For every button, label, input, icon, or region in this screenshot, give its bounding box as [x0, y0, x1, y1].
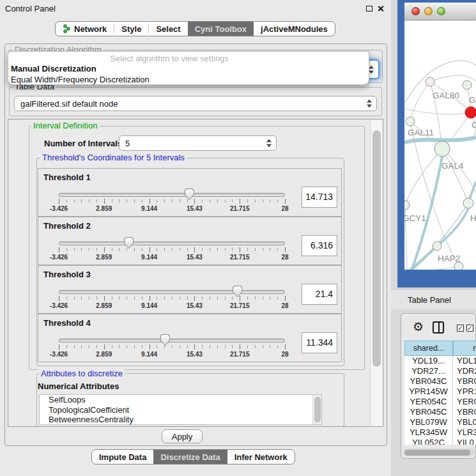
network-canvas[interactable]: GAL80GACGAL11GAL4GCY1HHAP2: [404, 20, 476, 270]
dropdown-option-manual[interactable]: Manual Discretization: [11, 64, 96, 73]
tab-select[interactable]: Select: [149, 22, 187, 36]
table-row[interactable]: YBL079W YBL0: [404, 417, 476, 427]
network-node[interactable]: [463, 81, 472, 89]
tab-impute-data[interactable]: Impute Data: [92, 450, 153, 464]
tab-jactivemnodules[interactable]: jActiveMNodules: [254, 22, 335, 36]
slider-tick-label: 21.715: [225, 302, 254, 309]
cell-shared-name: YLR345W: [404, 427, 453, 438]
dropdown-prompt: Select algorithm to view settings: [8, 54, 330, 63]
network-window-titlebar[interactable]: [404, 3, 476, 20]
table-horizontal-scrollbar[interactable]: [403, 449, 475, 456]
tab-infer-network[interactable]: Infer Network: [227, 450, 295, 464]
threshold-row: Threshold 3 -3.426 2.859 9.144 15.43 21.…: [38, 265, 342, 314]
table-data-combo[interactable]: galFiltered.sif default node: [14, 96, 377, 111]
tab-network[interactable]: Network: [56, 22, 114, 36]
threshold-value-field[interactable]: 14.713: [302, 187, 337, 208]
threshold-slider-track[interactable]: [59, 193, 285, 197]
checkbox-icon[interactable]: ✓: [466, 325, 473, 332]
table-row[interactable]: YIL052C YIL0: [404, 438, 476, 445]
threshold-slider-track[interactable]: [59, 339, 285, 342]
table-row[interactable]: YDL19... YDL1: [404, 356, 476, 366]
dropdown-option-equal-width[interactable]: Equal Width/Frequency Discretization: [11, 75, 150, 84]
settings-scrollbar-thumb[interactable]: [372, 130, 381, 367]
cell-name: YLR3: [453, 427, 476, 438]
table-row[interactable]: YDR27... YDR2: [404, 366, 476, 376]
table-panel-card: ⚙ ✓ ✓ shared... n... YDL19... YDL1YDR27.…: [401, 313, 476, 459]
tab-cyni-toolbox[interactable]: Cyni Toolbox: [188, 22, 254, 36]
table-row[interactable]: YER054C YER0: [404, 397, 476, 407]
slider-tick-label: 2.859: [89, 254, 119, 261]
threshold-slider-thumb[interactable]: [233, 286, 242, 297]
threshold-slider-thumb[interactable]: [124, 237, 134, 249]
checkbox-icon[interactable]: ✓: [457, 325, 464, 332]
table-row[interactable]: YBR045C YBR0: [404, 407, 476, 417]
slider-tick-label: -3.426: [44, 302, 73, 309]
slider-tick-label: 15.43: [180, 254, 209, 261]
threshold-row: Threshold 4 -3.426 2.859 9.144 15.43 21.…: [38, 314, 342, 362]
cell-shared-name: YDR27...: [404, 366, 453, 376]
slider-major-tick: [150, 344, 150, 349]
numerical-attributes-list[interactable]: SelfLoopsTopologicalCoefficientBetweenne…: [39, 394, 322, 425]
threshold-value-field[interactable]: 11.344: [302, 332, 337, 353]
column-header-shared-name[interactable]: shared...: [404, 341, 453, 356]
slider-minor-ticks: [59, 248, 286, 251]
network-node[interactable]: [406, 117, 415, 126]
threshold-value-field[interactable]: 6.316: [302, 235, 337, 256]
apply-button[interactable]: Apply: [162, 429, 203, 443]
close-traffic-light[interactable]: [411, 7, 420, 15]
network-node[interactable]: [434, 141, 450, 157]
table-row[interactable]: YBR043C YBR0: [404, 376, 476, 387]
network-icon: [63, 24, 71, 33]
cell-shared-name: YIL052C: [404, 438, 453, 445]
slider-major-tick: [194, 344, 195, 349]
list-scrollbar-thumb[interactable]: [314, 397, 321, 422]
tab-style[interactable]: Style: [114, 22, 148, 36]
table-scrollbar-thumb[interactable]: [404, 450, 470, 456]
network-node[interactable]: [463, 198, 473, 208]
slider-major-tick: [104, 344, 105, 349]
gear-icon[interactable]: ⚙: [413, 321, 424, 333]
network-node[interactable]: [404, 201, 410, 210]
node-label: GAL80: [433, 91, 459, 100]
table-row[interactable]: YLR345W YLR3: [404, 427, 476, 438]
apply-button-label: Apply: [172, 432, 193, 441]
tab-label: Discretize Data: [160, 452, 220, 462]
attribute-list-item[interactable]: BetweennessCentrality: [40, 415, 321, 425]
number-of-intervals-combo[interactable]: 5: [119, 135, 277, 151]
table-row[interactable]: YPR145W YPR1: [404, 387, 476, 397]
slider-tick-label: 2.859: [89, 302, 119, 309]
bottom-tab-bar: Impute Data Discretize Data Infer Networ…: [91, 449, 295, 464]
node-label: GA: [469, 95, 476, 105]
slider-major-tick: [104, 247, 105, 252]
cell-name: YER0: [453, 397, 476, 407]
slider-tick-label: 9.144: [135, 351, 164, 358]
node-label: GAL11: [408, 128, 434, 137]
threshold-slider-track[interactable]: [59, 242, 285, 245]
slider-tick-label: -3.426: [44, 351, 73, 358]
threshold-slider-thumb[interactable]: [185, 188, 194, 200]
slider-major-tick: [104, 296, 105, 301]
algorithm-dropdown-popup: Select algorithm to view settings Manual…: [8, 51, 369, 85]
network-node[interactable]: [465, 107, 476, 118]
combo-arrows-icon: [367, 100, 372, 108]
network-node[interactable]: [426, 77, 434, 86]
slider-major-tick: [240, 344, 240, 349]
minimize-traffic-light[interactable]: [424, 7, 433, 15]
float-window-icon[interactable]: [366, 6, 372, 12]
attribute-list-item[interactable]: SelfLoops: [40, 395, 321, 405]
node-label: H: [470, 213, 476, 223]
column-header-name[interactable]: n...: [453, 341, 476, 356]
list-scrollbar[interactable]: [312, 395, 321, 424]
attribute-list-item[interactable]: TopologicalCoefficient: [40, 405, 321, 415]
network-node[interactable]: [433, 242, 441, 250]
zoom-traffic-light[interactable]: [437, 7, 445, 15]
split-columns-icon[interactable]: [433, 321, 444, 334]
cell-name: YDR2: [453, 366, 476, 376]
threshold-value-field[interactable]: 21.4: [302, 284, 337, 305]
tab-discretize-data[interactable]: Discretize Data: [153, 450, 227, 464]
threshold-slider-track[interactable]: [59, 290, 285, 294]
settings-scrollbar[interactable]: [370, 119, 383, 426]
threshold-slider-thumb[interactable]: [160, 334, 170, 346]
close-icon[interactable]: [377, 5, 384, 12]
slider-major-tick: [150, 247, 150, 252]
